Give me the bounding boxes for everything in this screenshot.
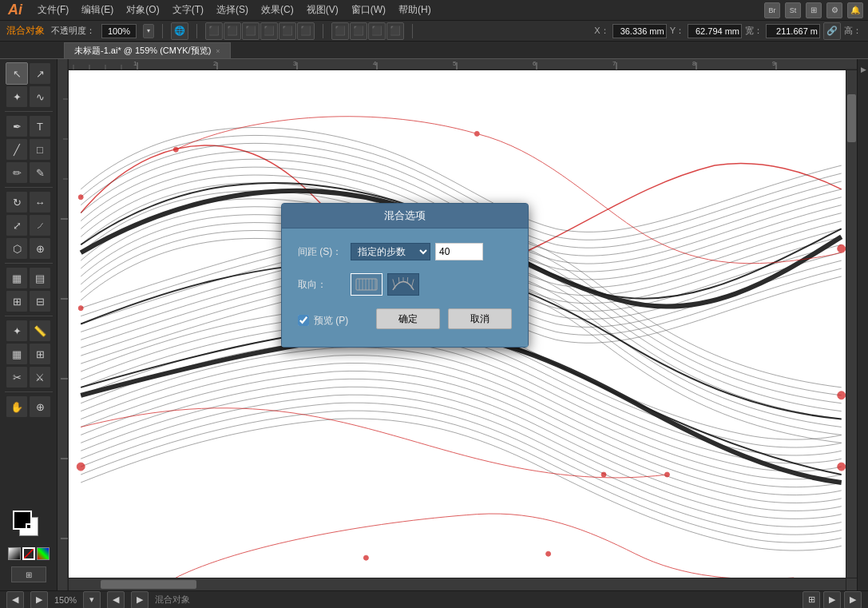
zoom-btn[interactable]: ⊕ (29, 395, 51, 418)
reflect-tool-btn[interactable]: ↔ (29, 191, 51, 213)
menu-window[interactable]: 窗口(W) (346, 2, 391, 18)
menu-effect[interactable]: 效果(C) (256, 2, 299, 18)
notification-btn[interactable]: 🔔 (847, 2, 863, 18)
blend-tool-btn[interactable]: ⬡ (6, 237, 28, 260)
menu-help[interactable]: 帮助(H) (393, 2, 437, 18)
stroke-indicator[interactable] (26, 523, 35, 533)
align-center-h-btn[interactable]: ⬛ (224, 22, 241, 40)
line-tool-btn[interactable]: ╱ (6, 138, 28, 161)
orient-align-to-page-btn[interactable] (351, 273, 382, 296)
no-fill-btn[interactable] (22, 547, 35, 560)
stock-btn[interactable]: St (785, 2, 801, 18)
gradient-btn[interactable]: ▦ (6, 343, 28, 365)
normal-fill-btn[interactable] (8, 547, 21, 560)
vertical-ruler (57, 59, 69, 590)
scissors-btn[interactable]: ✂ (6, 366, 28, 388)
separator4 (412, 24, 413, 38)
eyedropper-btn[interactable]: ✦ (6, 320, 28, 342)
eraser-btn[interactable]: ⊟ (29, 290, 51, 312)
menu-select[interactable]: 选择(S) (211, 2, 254, 18)
align-left-btn[interactable]: ⬛ (205, 22, 223, 40)
pen-tool-btn[interactable]: ✒ (6, 115, 28, 137)
select-tool-btn[interactable]: ↖ (6, 62, 28, 85)
bar-graph-btn[interactable]: ▤ (29, 267, 51, 289)
tool-sep-2 (5, 187, 53, 188)
menu-file[interactable]: 文件(F) (32, 2, 74, 18)
shape-tool-btn[interactable]: □ (29, 138, 51, 161)
brush-tool-btn[interactable]: ✏ (6, 161, 28, 184)
align-right-btn[interactable]: ⬛ (242, 22, 260, 40)
vertical-scrollbar[interactable] (846, 70, 857, 578)
tool-row-2: ✦ ∿ (6, 85, 51, 108)
canvas-area[interactable]: 1 2 3 4 5 6 7 8 9 (57, 59, 857, 590)
status-btn3[interactable]: ▶ (844, 591, 862, 609)
opacity-input[interactable] (101, 24, 137, 38)
tools-btn[interactable]: ⚙ (826, 2, 842, 18)
svg-text:6: 6 (533, 60, 537, 67)
magic-wand-tool-btn[interactable]: ✦ (6, 85, 28, 108)
link-w-h-btn[interactable]: 🔗 (823, 22, 841, 40)
svg-point-44 (78, 306, 83, 311)
w-label: 宽： (745, 25, 763, 37)
opacity-dropdown-arrow[interactable]: ▾ (143, 24, 154, 38)
dist2-btn[interactable]: ⬛ (368, 22, 386, 40)
status-nav-prev[interactable]: ◀ (6, 591, 24, 609)
rotate-tool-btn[interactable]: ↻ (6, 191, 28, 213)
tool-sep-4 (5, 316, 53, 316)
globe-btn[interactable]: 🌐 (171, 22, 188, 40)
menu-text[interactable]: 文字(T) (167, 2, 209, 18)
w-input[interactable] (766, 24, 820, 38)
y-input[interactable] (688, 24, 742, 38)
svg-point-39 (838, 391, 846, 399)
spacing-dropdown[interactable]: 平滑颜色 指定的步数 指定的距离 (351, 243, 430, 260)
tool-row-7: ⤢ ⟋ (6, 214, 51, 236)
cancel-button[interactable]: 取消 (448, 308, 512, 329)
status-nav-next[interactable]: ▶ (30, 591, 48, 609)
spacing-value-input[interactable] (435, 243, 483, 260)
document-tab[interactable]: 未标题-1.ai* @ 159% (CMYK/预览) × (64, 42, 231, 58)
dist-h-btn[interactable]: ⬛ (331, 22, 349, 40)
distribute-group: ⬛ ⬛ ⬛ ⬛ (331, 22, 404, 40)
ok-button[interactable]: 确定 (376, 308, 440, 329)
dist3-btn[interactable]: ⬛ (386, 22, 404, 40)
x-input[interactable] (612, 24, 667, 38)
align-middle-btn[interactable]: ⬛ (279, 22, 296, 40)
align-top-btn[interactable]: ⬛ (260, 22, 278, 40)
horizontal-scrollbar[interactable] (69, 578, 846, 590)
artboard-next[interactable]: ▶ (131, 591, 149, 609)
dist-v-btn[interactable]: ⬛ (350, 22, 367, 40)
preview-checkbox[interactable] (298, 315, 309, 326)
lasso-tool-btn[interactable]: ∿ (29, 85, 51, 108)
v-scroll-thumb[interactable] (847, 94, 856, 142)
knife-btn[interactable]: ⚔ (29, 366, 51, 388)
bridge-btn[interactable]: Br (764, 2, 780, 18)
tool-row-13: ✂ ⚔ (6, 366, 51, 388)
menu-edit[interactable]: 编辑(E) (76, 2, 119, 18)
screen-mode-btn[interactable]: ⊞ (11, 566, 46, 582)
menu-object[interactable]: 对象(O) (121, 2, 164, 18)
h-scroll-thumb[interactable] (101, 580, 196, 589)
scale-tool-btn[interactable]: ⤢ (6, 214, 28, 236)
column-graph-btn[interactable]: ▦ (6, 267, 28, 289)
orient-align-to-path-btn[interactable] (387, 273, 419, 296)
symbol-spray-btn[interactable]: ⊕ (29, 237, 51, 260)
slice-btn[interactable]: ⊞ (6, 290, 28, 312)
arrange-btn[interactable]: ⊞ (806, 2, 822, 18)
hand-btn[interactable]: ✋ (6, 395, 28, 418)
tab-close-btn[interactable]: × (216, 47, 220, 55)
zoom-dropdown-btn[interactable]: ▾ (83, 591, 101, 609)
gpu-preview-btn[interactable]: ⊞ (803, 591, 820, 609)
menu-view[interactable]: 视图(V) (301, 2, 344, 18)
text-tool-btn[interactable]: T (29, 115, 51, 137)
align-bottom-btn[interactable]: ⬛ (297, 22, 315, 40)
blend-options-dialog[interactable]: 混合选项 间距 (S)： 平滑颜色 指定的步数 指定的距离 (281, 203, 529, 348)
gradient-fill-btn[interactable] (37, 547, 50, 560)
app-logo: Ai (5, 2, 26, 18)
direct-select-tool-btn[interactable]: ↗ (29, 62, 51, 85)
shear-tool-btn[interactable]: ⟋ (29, 214, 51, 236)
status-btn2[interactable]: ▶ (823, 591, 841, 609)
mesh-btn[interactable]: ⊞ (29, 343, 51, 365)
measure-btn[interactable]: 📏 (29, 320, 51, 342)
artboard-prev[interactable]: ◀ (107, 591, 125, 609)
pencil-tool-btn[interactable]: ✎ (29, 161, 51, 184)
